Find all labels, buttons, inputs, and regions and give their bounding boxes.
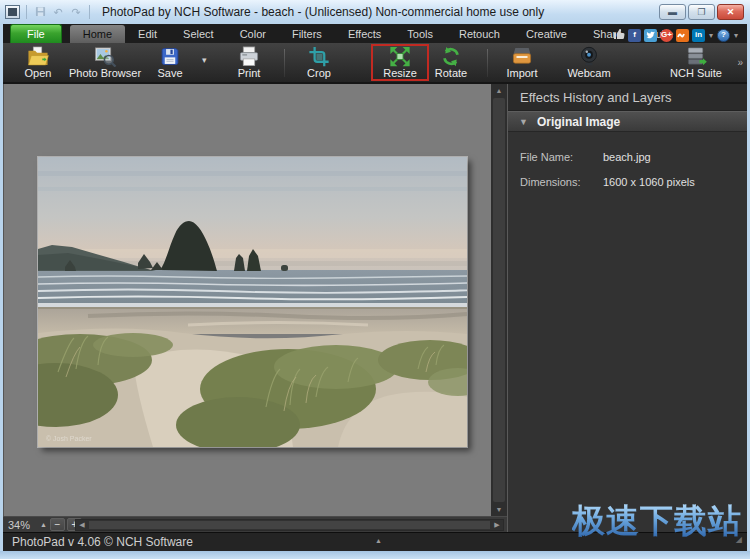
chevron-down-icon[interactable]: ▾ xyxy=(708,31,714,40)
import-button[interactable]: Import xyxy=(495,45,549,81)
panel-header: Effects History and Layers xyxy=(508,84,747,111)
close-button[interactable]: ✕ xyxy=(717,4,744,20)
google-plus-icon[interactable]: G+ xyxy=(660,29,673,42)
zoom-menu-arrow[interactable]: ▲ xyxy=(40,521,47,528)
photo-browser-button[interactable]: Photo Browser xyxy=(65,45,145,81)
status-text: PhotoPad v 4.06 © NCH Software xyxy=(12,535,193,549)
resize-icon xyxy=(389,46,411,67)
scroll-right-arrow[interactable]: ▶ xyxy=(491,520,503,530)
dimensions-row: Dimensions: 1600 x 1060 pixels xyxy=(508,169,747,194)
canvas-area[interactable]: © Josh Packer xyxy=(3,84,491,516)
site-watermark: 极速下载站 xyxy=(572,499,742,544)
toolbar-overflow-chevron[interactable]: » xyxy=(737,57,742,68)
tab-creative[interactable]: Creative xyxy=(513,25,580,43)
tab-filters[interactable]: Filters xyxy=(279,25,335,43)
app-icon[interactable] xyxy=(5,5,20,19)
effects-history-panel: Effects History and Layers ▼ Original Im… xyxy=(507,84,747,532)
minimize-button[interactable]: ▬ xyxy=(659,4,686,20)
save-dropdown-arrow[interactable]: ▾ xyxy=(202,55,207,65)
scroll-left-arrow[interactable]: ◀ xyxy=(76,520,88,530)
chevron-down-icon[interactable]: ▾ xyxy=(733,31,739,40)
divider xyxy=(89,5,90,19)
crop-icon xyxy=(308,46,330,67)
file-name-row: File Name: beach.jpg xyxy=(508,144,747,169)
zoom-out-button[interactable]: − xyxy=(50,518,65,531)
save-floppy-icon xyxy=(159,46,181,67)
tab-home[interactable]: Home xyxy=(70,25,125,43)
tab-retouch[interactable]: Retouch xyxy=(446,25,513,43)
tab-edit[interactable]: Edit xyxy=(125,25,170,43)
toolbar-separator xyxy=(487,49,488,77)
scroll-down-arrow[interactable]: ▼ xyxy=(491,503,507,516)
linkedin-icon[interactable]: in xyxy=(692,29,705,42)
vertical-scrollbar-thumb[interactable] xyxy=(493,98,505,502)
facebook-icon[interactable]: f xyxy=(628,29,641,42)
photopad-window: ↶ ↷ PhotoPad by NCH Software - beach - (… xyxy=(0,0,750,559)
twitter-icon[interactable] xyxy=(644,29,657,42)
social-orange-icon[interactable] xyxy=(676,29,689,42)
horizontal-scrollbar-thumb[interactable] xyxy=(89,521,490,529)
redo-icon[interactable]: ↷ xyxy=(69,6,83,19)
zoom-level[interactable]: 34% xyxy=(8,519,40,531)
rotate-icon xyxy=(440,46,462,67)
ribbon-tabbar: File Home Edit Select Color Filters Effe… xyxy=(3,24,747,43)
panel-expander-arrow[interactable]: ▲ xyxy=(375,532,382,550)
dimensions-value: 1600 x 1060 pixels xyxy=(603,176,695,188)
tab-select[interactable]: Select xyxy=(170,25,227,43)
file-name-label: File Name: xyxy=(508,151,603,163)
divider xyxy=(26,5,27,19)
webcam-button[interactable]: Webcam xyxy=(559,45,619,81)
photo-credit-watermark: © Josh Packer xyxy=(46,435,92,442)
undo-icon[interactable]: ↶ xyxy=(51,6,65,19)
save-button[interactable]: Save xyxy=(143,45,197,81)
file-name-value: beach.jpg xyxy=(603,151,651,163)
nch-suite-icon xyxy=(684,46,708,67)
maximize-button[interactable]: ❐ xyxy=(688,4,715,20)
rotate-button[interactable]: Rotate xyxy=(424,45,478,81)
toolbar-separator xyxy=(284,49,285,77)
nch-suite-button[interactable]: NCH Suite xyxy=(663,45,729,81)
scroll-up-arrow[interactable]: ▲ xyxy=(491,84,507,97)
window-title: PhotoPad by NCH Software - beach - (Unli… xyxy=(102,5,544,19)
zoom-bar: 34% ▲ − + ◀ ▶ xyxy=(3,516,507,532)
photo-browser-icon xyxy=(93,46,117,67)
tab-effects[interactable]: Effects xyxy=(335,25,394,43)
open-button[interactable]: Open xyxy=(10,45,66,81)
tab-color[interactable]: Color xyxy=(227,25,279,43)
window-border xyxy=(0,24,3,559)
dimensions-label: Dimensions: xyxy=(508,176,603,188)
horizontal-scrollbar[interactable]: ◀ ▶ xyxy=(75,519,504,531)
printer-icon xyxy=(237,46,261,67)
open-folder-icon xyxy=(26,46,50,67)
collapse-triangle-icon[interactable]: ▼ xyxy=(519,117,528,127)
print-button[interactable]: Print xyxy=(222,45,276,81)
tab-file[interactable]: File xyxy=(10,24,62,43)
resize-button[interactable]: Resize xyxy=(373,45,427,81)
tab-tools[interactable]: Tools xyxy=(394,25,446,43)
crop-button[interactable]: Crop xyxy=(292,45,346,81)
titlebar: ↶ ↷ PhotoPad by NCH Software - beach - (… xyxy=(0,0,750,24)
like-icon[interactable] xyxy=(612,26,625,44)
quick-save-icon[interactable] xyxy=(33,6,47,19)
scanner-icon xyxy=(510,46,534,67)
photo-beach[interactable]: © Josh Packer xyxy=(38,157,467,447)
vertical-scrollbar[interactable]: ▲ ▼ xyxy=(491,84,507,516)
help-icon[interactable]: ? xyxy=(717,29,730,42)
main-toolbar: Open Photo Browser Save xyxy=(3,43,747,84)
webcam-icon xyxy=(578,46,600,67)
original-image-section[interactable]: ▼ Original Image xyxy=(508,111,747,132)
window-border xyxy=(0,551,750,559)
